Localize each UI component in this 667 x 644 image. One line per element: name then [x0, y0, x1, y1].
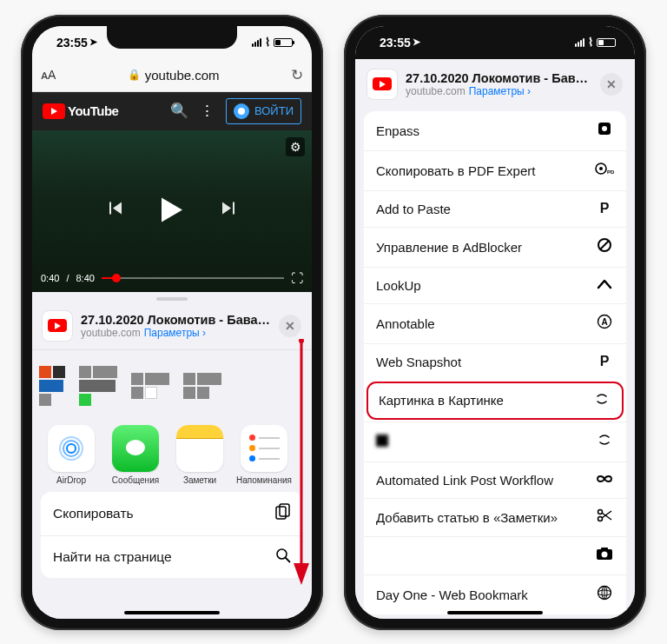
svg-point-3 [126, 440, 145, 455]
notch [430, 26, 560, 49]
share-action-row[interactable]: Day One - Web Bookmark [364, 574, 626, 614]
share-options-link[interactable]: Параметры › [469, 85, 531, 97]
status-time: 23:55 [56, 36, 88, 50]
youtube-mini-icon [373, 77, 392, 90]
action-label: Скопировать в PDF Expert [376, 163, 535, 178]
svg-line-17 [600, 241, 609, 249]
share-action-row[interactable]: Web SnapshotP [364, 343, 626, 380]
home-indicator[interactable] [124, 611, 220, 614]
share-action-row[interactable]: Enpass [364, 111, 626, 150]
svg-text:A: A [601, 317, 607, 327]
action-icon [595, 237, 614, 256]
close-button[interactable]: ✕ [279, 315, 301, 337]
action-icon [595, 508, 614, 526]
avatar-icon [234, 103, 249, 119]
share-apps-row[interactable]: AirDrop Сообщения Заметки [32, 420, 312, 488]
action-label: Day One - Web Bookmark [376, 588, 528, 602]
app-airdrop[interactable]: AirDrop [41, 425, 102, 485]
next-button[interactable] [221, 199, 238, 220]
screen-left: 23:55 ➤ ⌇ ᴀA 🔒 youtube.com ↻ YouTube � [32, 26, 312, 619]
more-icon[interactable]: ⋮ [198, 102, 215, 120]
svg-rect-4 [276, 507, 286, 519]
action-copy[interactable]: Скопировать [41, 492, 303, 535]
fullscreen-button[interactable]: ⛶ [291, 271, 303, 285]
search-icon[interactable]: 🔍 [170, 102, 188, 120]
home-indicator[interactable] [447, 611, 543, 614]
app-label: Сообщения [112, 475, 159, 485]
signin-label: ВОЙТИ [254, 104, 294, 117]
app-notes[interactable]: Заметки [169, 425, 230, 485]
action-label: Add to Paste [376, 202, 451, 216]
svg-point-0 [67, 444, 76, 453]
youtube-header: YouTube 🔍 ⋮ ВОЙТИ [32, 92, 312, 130]
share-options-link[interactable]: Параметры › [144, 327, 206, 339]
share-action-row[interactable] [364, 422, 626, 461]
contacts-row[interactable] [32, 354, 312, 420]
close-button[interactable]: ✕ [600, 73, 623, 96]
action-label [376, 435, 388, 449]
share-action-row[interactable]: AnnotableA [364, 303, 626, 343]
signin-button[interactable]: ВОЙТИ [226, 98, 301, 124]
share-sheet: 27.10.2020 Локомотив - Бавари… youtube.c… [32, 292, 312, 619]
share-action-row[interactable] [364, 536, 626, 574]
action-icon [595, 547, 614, 564]
action-find-on-page[interactable]: Найти на странице [41, 535, 303, 578]
share-actions-list: Скопировать Найти на странице [41, 492, 303, 578]
gear-icon[interactable]: ⚙ [286, 137, 305, 156]
app-reminders[interactable]: Напоминания [234, 425, 294, 485]
action-icon: P [595, 201, 614, 216]
action-icon [595, 432, 614, 451]
time-sep: / [66, 273, 69, 283]
action-label: LookUp [376, 278, 421, 293]
action-label: Enpass [376, 123, 419, 138]
action-label: Добавить статью в «Заметки» [376, 510, 558, 525]
youtube-logo[interactable]: YouTube [43, 103, 118, 119]
svg-point-20 [598, 510, 603, 515]
drag-handle[interactable] [156, 297, 188, 301]
phone-frame-right: 23:55 ➤ ⌇ 27.10.2020 Локомотив - Бавари…… [344, 15, 646, 630]
share-action-row[interactable]: Add to PasteP [364, 190, 626, 227]
action-icon: P [595, 354, 614, 369]
action-label: Annotable [376, 316, 435, 331]
url-text: youtube.com [145, 68, 220, 83]
share-action-row[interactable]: Управление в AdBlocker [364, 227, 626, 267]
svg-line-7 [286, 558, 290, 562]
url-field[interactable]: 🔒 youtube.com [63, 68, 284, 83]
svg-text:PDF: PDF [607, 169, 614, 175]
time-total: 8:40 [76, 273, 94, 283]
action-label: Web Snapshot [376, 355, 461, 369]
action-icon: A [595, 314, 614, 333]
svg-point-25 [602, 552, 608, 558]
share-action-row[interactable]: Добавить статью в «Заметки» [364, 498, 626, 536]
scrubber[interactable] [102, 277, 284, 279]
share-source-icon [43, 311, 72, 341]
app-messages[interactable]: Сообщения [105, 425, 166, 485]
wifi-icon: ⌇ [588, 36, 593, 49]
share-action-row[interactable]: LookUp [364, 267, 626, 303]
action-icon [595, 121, 614, 140]
svg-point-12 [602, 126, 607, 131]
share-source-icon [367, 70, 397, 99]
youtube-logo-icon [43, 103, 65, 119]
location-icon: ➤ [89, 37, 97, 48]
action-label: Скопировать [53, 506, 134, 521]
share-action-row[interactable]: Automated Link Post Workflow [364, 461, 626, 498]
reader-mode-button[interactable]: ᴀA [41, 68, 56, 82]
svg-point-1 [63, 441, 79, 456]
youtube-mini-icon [48, 319, 67, 332]
notch [107, 26, 237, 49]
signal-icon [575, 38, 584, 47]
refresh-button[interactable]: ↻ [291, 66, 303, 84]
previous-button[interactable] [106, 199, 123, 220]
action-label: Картинка в Картинке [379, 393, 504, 408]
share-action-row[interactable]: Картинка в Картинке [367, 382, 624, 420]
play-button[interactable] [162, 197, 182, 222]
status-right: ⌇ [252, 36, 293, 49]
lock-icon: 🔒 [128, 69, 141, 81]
share-action-row[interactable]: Скопировать в PDF ExpertPDF [364, 150, 626, 190]
phone-frame-left: 23:55 ➤ ⌇ ᴀA 🔒 youtube.com ↻ YouTube � [21, 15, 323, 630]
video-player[interactable]: ⚙ 0:40 / 8:40 ⛶ [32, 130, 312, 292]
action-icon [595, 472, 614, 488]
app-label: Заметки [183, 475, 216, 485]
share-header: 27.10.2020 Локомотив - Бавари… youtube.c… [32, 304, 312, 349]
